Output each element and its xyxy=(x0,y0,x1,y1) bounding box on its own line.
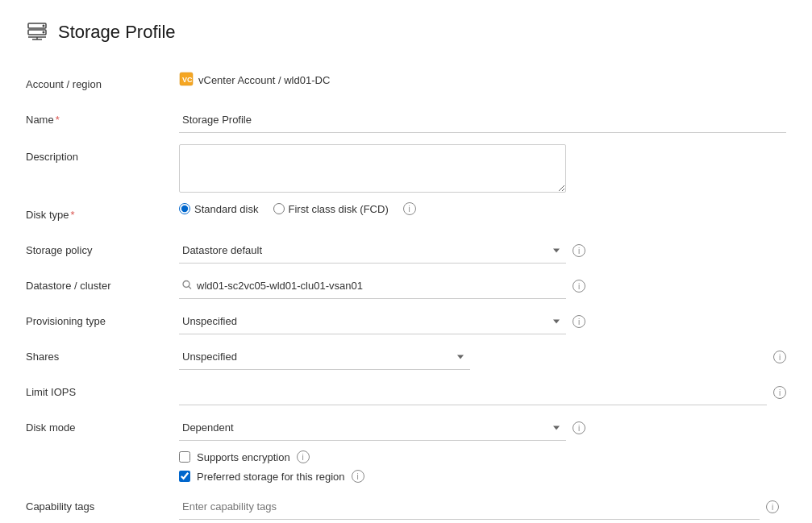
svg-point-9 xyxy=(183,281,189,288)
disk-mode-select[interactable]: Dependent xyxy=(179,415,566,441)
name-label: Name* xyxy=(26,107,179,126)
fcd-disk-option[interactable]: First class disk (FCD) xyxy=(273,203,389,215)
name-input[interactable] xyxy=(179,107,786,133)
provisioning-type-select[interactable]: Unspecified xyxy=(179,309,566,334)
preferred-storage-row: Preferred storage for this region i xyxy=(179,470,786,483)
page-title: Storage Profile xyxy=(58,22,176,43)
datastore-info-icon[interactable]: i xyxy=(573,280,585,293)
vcenter-icon: VC xyxy=(179,72,194,89)
shares-select-wrapper: Unspecified xyxy=(179,344,470,370)
provisioning-type-label: Provisioning type xyxy=(26,309,179,327)
capability-tags-info-icon[interactable]: i xyxy=(766,500,779,513)
disk-mode-select-wrapper: Dependent xyxy=(179,415,566,441)
preferred-storage-info-icon[interactable]: i xyxy=(352,470,364,483)
description-textarea[interactable] xyxy=(179,144,566,193)
datastore-cluster-wrapper xyxy=(179,273,566,299)
capability-tags-label: Capability tags xyxy=(26,494,179,513)
datastore-cluster-label: Datastore / cluster xyxy=(26,273,179,292)
supports-encryption-info-icon[interactable]: i xyxy=(297,450,310,463)
disk-mode-info-icon[interactable]: i xyxy=(573,421,585,434)
supports-encryption-label[interactable]: Supports encryption xyxy=(197,451,290,463)
disk-type-info-icon[interactable]: i xyxy=(403,202,416,215)
storage-policy-info-icon[interactable]: i xyxy=(573,244,585,257)
svg-point-2 xyxy=(43,25,45,27)
description-label: Description xyxy=(26,144,179,163)
storage-policy-select[interactable]: Datastore default xyxy=(179,238,566,264)
svg-point-3 xyxy=(43,31,45,34)
svg-line-10 xyxy=(189,287,191,289)
disk-type-options: Standard disk First class disk (FCD) i xyxy=(179,202,416,215)
provisioning-type-select-wrapper: Unspecified xyxy=(179,309,566,334)
storage-policy-label: Storage policy xyxy=(26,238,179,256)
preferred-storage-checkbox[interactable] xyxy=(179,471,190,482)
datastore-cluster-input[interactable] xyxy=(179,273,566,299)
limit-iops-info-icon[interactable]: i xyxy=(773,386,786,399)
limit-iops-input[interactable] xyxy=(179,380,767,405)
limit-iops-label: Limit IOPS xyxy=(26,380,179,398)
shares-label: Shares xyxy=(26,344,179,363)
shares-info-icon[interactable]: i xyxy=(773,351,786,363)
shares-select[interactable]: Unspecified xyxy=(179,344,470,370)
storage-page-icon xyxy=(26,19,48,44)
svg-text:VC: VC xyxy=(182,76,193,84)
supports-encryption-row: Supports encryption i xyxy=(179,450,786,463)
disk-type-label: Disk type* xyxy=(26,202,179,221)
preferred-storage-label[interactable]: Preferred storage for this region xyxy=(197,471,345,483)
supports-encryption-checkbox[interactable] xyxy=(179,451,190,463)
provisioning-type-info-icon[interactable]: i xyxy=(573,315,585,328)
standard-disk-option[interactable]: Standard disk xyxy=(179,203,259,215)
capability-tags-input[interactable] xyxy=(179,494,760,520)
account-region-value: VC vCenter Account / wld01-DC xyxy=(179,72,330,89)
datastore-search-icon xyxy=(182,280,192,293)
disk-mode-label: Disk mode xyxy=(26,415,179,434)
account-region-label: Account / region xyxy=(26,72,179,90)
storage-policy-select-wrapper: Datastore default xyxy=(179,238,566,264)
